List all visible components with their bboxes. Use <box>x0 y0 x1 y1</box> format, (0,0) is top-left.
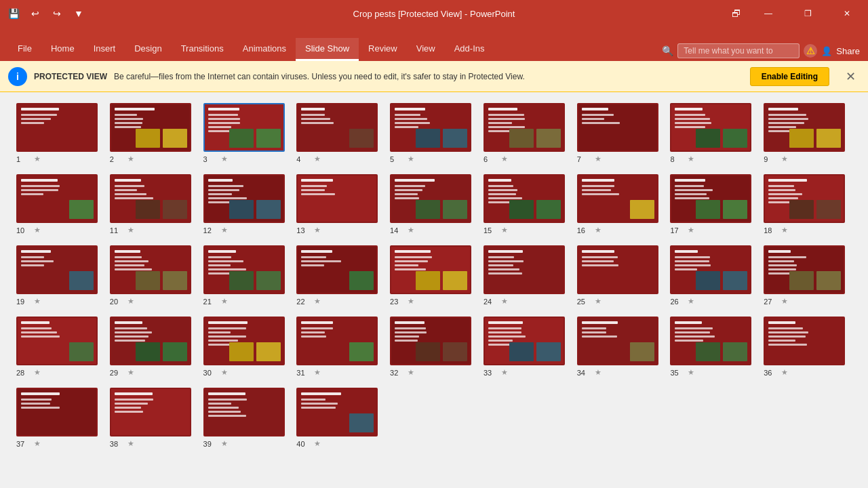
slide-item[interactable]: 36★ <box>764 317 852 377</box>
close-bar-button[interactable]: ✕ <box>842 69 860 84</box>
slide-star-icon[interactable]: ★ <box>314 226 321 235</box>
slide-item[interactable]: 27★ <box>764 245 852 306</box>
slide-item[interactable]: 15★ <box>484 174 572 235</box>
slide-star-icon[interactable]: ★ <box>501 226 508 235</box>
slide-item[interactable]: 8★ <box>670 103 758 163</box>
slide-item[interactable]: 6★ <box>484 103 572 163</box>
close-button[interactable]: ✕ <box>831 0 863 27</box>
slide-star-icon[interactable]: ★ <box>221 155 228 163</box>
slide-star-icon[interactable]: ★ <box>501 297 508 306</box>
slide-star-icon[interactable]: ★ <box>781 297 788 306</box>
ribbon-tab-review[interactable]: Review <box>359 38 407 61</box>
slide-star-icon[interactable]: ★ <box>34 155 41 163</box>
slide-star-icon[interactable]: ★ <box>127 155 134 163</box>
slide-star-icon[interactable]: ★ <box>688 226 694 235</box>
restore-button[interactable]: ❐ <box>792 0 823 27</box>
save-icon[interactable]: 💾 <box>5 5 22 22</box>
ribbon-tab-insert[interactable]: Insert <box>84 38 125 61</box>
slide-star-icon[interactable]: ★ <box>408 368 414 377</box>
slide-star-icon[interactable]: ★ <box>408 155 414 163</box>
slide-star-icon[interactable]: ★ <box>127 368 134 377</box>
slide-star-icon[interactable]: ★ <box>221 226 228 235</box>
ribbon-tab-transitions[interactable]: Transitions <box>172 38 233 61</box>
slide-item[interactable]: 11★ <box>110 174 198 235</box>
redo-icon[interactable]: ↪ <box>49 5 65 22</box>
slide-item[interactable]: 35★ <box>670 317 758 377</box>
slide-star-icon[interactable]: ★ <box>688 368 694 377</box>
slide-item[interactable]: 16★ <box>577 174 665 235</box>
ribbon-tab-file[interactable]: File <box>8 38 41 61</box>
slide-item[interactable]: 33★ <box>484 317 572 377</box>
slide-star-icon[interactable]: ★ <box>781 368 788 377</box>
share-label[interactable]: Share <box>836 46 860 56</box>
slide-star-icon[interactable]: ★ <box>127 439 134 448</box>
slide-star-icon[interactable]: ★ <box>34 439 41 448</box>
slide-star-icon[interactable]: ★ <box>501 368 508 377</box>
slide-item[interactable]: 37★ <box>16 388 104 448</box>
ribbon-tab-view[interactable]: View <box>407 38 445 61</box>
slide-item[interactable]: 30★ <box>203 317 292 377</box>
slide-star-icon[interactable]: ★ <box>595 297 601 306</box>
slide-item[interactable]: 7★ <box>577 103 665 163</box>
slide-item[interactable]: 38★ <box>110 388 198 448</box>
slide-star-icon[interactable]: ★ <box>314 155 321 163</box>
ribbon-tab-design[interactable]: Design <box>125 38 171 61</box>
slide-item[interactable]: 12★ <box>203 174 292 235</box>
slide-star-icon[interactable]: ★ <box>314 297 321 306</box>
slide-item[interactable]: 24★ <box>484 245 572 306</box>
ribbon-tab-slideshow[interactable]: Slide Show <box>296 38 359 61</box>
slide-item[interactable]: 28★ <box>16 317 104 377</box>
slide-item[interactable]: 25★ <box>577 245 665 306</box>
slide-star-icon[interactable]: ★ <box>127 226 134 235</box>
slide-item[interactable]: 23★ <box>390 245 478 306</box>
slide-item[interactable]: 26★ <box>670 245 758 306</box>
slide-item[interactable]: 1★ <box>16 103 104 163</box>
slide-item[interactable]: 32★ <box>390 317 478 377</box>
slide-item[interactable]: 4★ <box>296 103 384 163</box>
slide-item[interactable]: 22★ <box>296 245 384 306</box>
slide-item[interactable]: 21★ <box>203 245 292 306</box>
slide-item[interactable]: 29★ <box>110 317 198 377</box>
slide-item[interactable]: 14★ <box>390 174 478 235</box>
slide-item[interactable]: 5★ <box>390 103 478 163</box>
slide-star-icon[interactable]: ★ <box>221 368 228 377</box>
slide-star-icon[interactable]: ★ <box>34 226 41 235</box>
slide-star-icon[interactable]: ★ <box>127 297 134 306</box>
ribbon-tab-addins[interactable]: Add-Ins <box>445 38 494 61</box>
slide-item[interactable]: 20★ <box>110 245 198 306</box>
slide-star-icon[interactable]: ★ <box>314 439 321 448</box>
slide-item[interactable]: 10★ <box>16 174 104 235</box>
slide-item[interactable]: 9★ <box>764 103 852 163</box>
slide-item[interactable]: 34★ <box>577 317 665 377</box>
search-input[interactable] <box>677 43 800 58</box>
slide-item[interactable]: 18★ <box>764 174 852 235</box>
slide-star-icon[interactable]: ★ <box>781 226 788 235</box>
undo-icon[interactable]: ↩ <box>27 5 43 22</box>
slide-star-icon[interactable]: ★ <box>781 155 788 163</box>
slide-star-icon[interactable]: ★ <box>34 368 41 377</box>
slide-item[interactable]: 39★ <box>203 388 292 448</box>
slide-star-icon[interactable]: ★ <box>221 439 228 448</box>
slide-item[interactable]: 17★ <box>670 174 758 235</box>
slide-star-icon[interactable]: ★ <box>34 297 41 306</box>
slide-star-icon[interactable]: ★ <box>221 297 228 306</box>
slide-star-icon[interactable]: ★ <box>408 297 414 306</box>
minimize-button[interactable]: — <box>753 0 784 27</box>
ribbon-tab-animations[interactable]: Animations <box>233 38 296 61</box>
quick-access-icon[interactable]: ▼ <box>71 5 87 22</box>
slide-star-icon[interactable]: ★ <box>688 297 694 306</box>
ribbon-tab-home[interactable]: Home <box>41 38 84 61</box>
slide-star-icon[interactable]: ★ <box>314 368 321 377</box>
slide-star-icon[interactable]: ★ <box>595 226 601 235</box>
enable-editing-button[interactable]: Enable Editing <box>750 67 829 86</box>
slide-star-icon[interactable]: ★ <box>501 155 508 163</box>
slide-item[interactable]: 2★ <box>110 103 198 163</box>
slide-star-icon[interactable]: ★ <box>595 368 601 377</box>
slide-item[interactable]: 40★ <box>296 388 384 448</box>
slide-item[interactable]: 3★ <box>203 103 292 163</box>
slide-star-icon[interactable]: ★ <box>595 155 601 163</box>
slide-item[interactable]: 31★ <box>296 317 384 377</box>
slide-item[interactable]: 13★ <box>296 174 384 235</box>
slide-star-icon[interactable]: ★ <box>688 155 694 163</box>
slide-star-icon[interactable]: ★ <box>408 226 414 235</box>
